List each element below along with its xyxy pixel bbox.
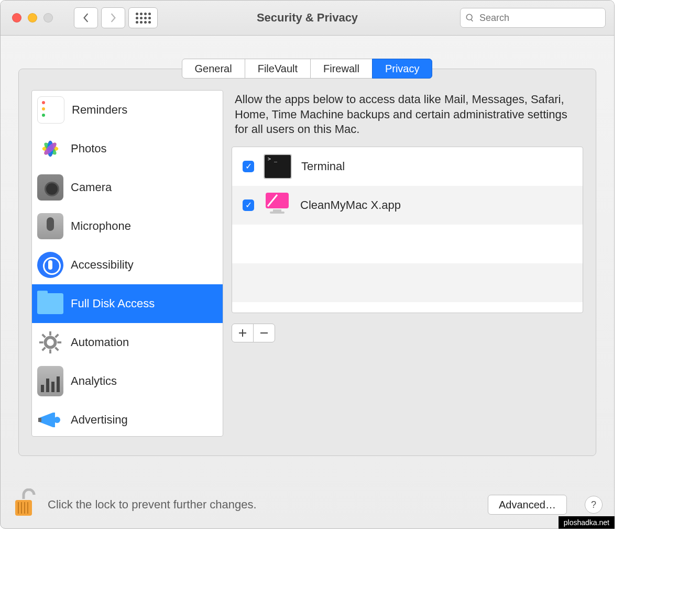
app-checkbox[interactable]: ✓	[243, 199, 254, 211]
tab-privacy[interactable]: Privacy	[372, 59, 433, 79]
remove-app-button[interactable]	[253, 324, 275, 342]
minus-icon	[260, 329, 268, 337]
lock-status-label: Click the lock to prevent further change…	[48, 498, 257, 512]
show-all-button[interactable]	[128, 7, 158, 28]
traffic-lights	[12, 13, 53, 23]
app-name: CleanMyMac X.app	[300, 198, 401, 212]
svg-rect-18	[273, 209, 281, 212]
titlebar: Security & Privacy	[1, 1, 614, 36]
chevron-left-icon	[82, 13, 90, 23]
search-field[interactable]	[460, 8, 606, 28]
app-row[interactable]: ✓ Terminal	[232, 147, 583, 186]
app-checkbox[interactable]: ✓	[243, 161, 254, 172]
sidebar-item-photos[interactable]: Photos	[32, 129, 223, 168]
svg-line-11	[42, 335, 46, 338]
megaphone-icon	[37, 407, 63, 433]
privacy-panel: Reminders Photos	[18, 69, 596, 456]
svg-rect-19	[270, 212, 285, 214]
content: General FileVault Firewall Privacy Remin…	[1, 36, 614, 456]
svg-rect-20	[15, 500, 32, 516]
sidebar-item-advertising[interactable]: Advertising	[32, 401, 223, 437]
tab-firewall[interactable]: Firewall	[310, 59, 373, 79]
cleanmymac-icon	[264, 192, 291, 219]
sidebar-item-label: Full Disk Access	[71, 297, 155, 310]
help-button[interactable]: ?	[585, 496, 603, 514]
back-button[interactable]	[74, 7, 98, 28]
sidebar-item-label: Photos	[71, 142, 107, 155]
apps-list[interactable]: ✓ Terminal ✓ CleanMyMac X.app	[232, 147, 583, 313]
sidebar-item-label: Camera	[71, 181, 112, 194]
system-preferences-window: Security & Privacy General FileVault Fir…	[0, 0, 615, 529]
sidebar-item-label: Advertising	[71, 413, 128, 427]
sidebar-item-full-disk-access[interactable]: Full Disk Access	[32, 284, 223, 323]
sidebar-item-camera[interactable]: Camera	[32, 168, 223, 207]
chart-icon	[37, 366, 63, 396]
privacy-category-list[interactable]: Reminders Photos	[31, 90, 223, 437]
svg-line-13	[42, 348, 46, 351]
footer: Click the lock to prevent further change…	[1, 481, 614, 528]
svg-point-6	[45, 337, 55, 347]
search-input[interactable]	[478, 12, 600, 24]
sidebar-item-label: Accessibility	[71, 258, 134, 272]
window-title: Security & Privacy	[257, 11, 358, 25]
main-pane: Allow the apps below to access data like…	[232, 90, 583, 447]
app-row[interactable]: ✓ CleanMyMac X.app	[232, 186, 583, 225]
watermark: ploshadka.net	[559, 516, 615, 529]
grid-icon	[136, 13, 151, 24]
sidebar-item-accessibility[interactable]: Accessibility	[32, 246, 223, 284]
gear-icon	[37, 329, 63, 355]
sidebar-item-label: Microphone	[71, 219, 131, 233]
sidebar-item-automation[interactable]: Automation	[32, 323, 223, 362]
camera-icon	[37, 174, 63, 201]
svg-line-12	[56, 348, 59, 351]
category-description: Allow the apps below to access data like…	[235, 92, 580, 137]
zoom-window-button[interactable]	[43, 13, 53, 23]
advanced-button[interactable]: Advanced…	[488, 495, 567, 515]
photos-icon	[37, 136, 63, 162]
sidebar-item-reminders[interactable]: Reminders	[32, 91, 223, 129]
accessibility-icon	[37, 252, 63, 278]
tab-filevault[interactable]: FileVault	[245, 59, 311, 79]
sidebar-item-analytics[interactable]: Analytics	[32, 362, 223, 401]
chevron-right-icon	[110, 13, 117, 23]
empty-row	[232, 263, 583, 302]
svg-line-14	[56, 335, 59, 338]
add-remove-controls	[232, 324, 583, 342]
sidebar-item-microphone[interactable]: Microphone	[32, 207, 223, 246]
tab-general[interactable]: General	[182, 59, 245, 79]
empty-row	[232, 225, 583, 263]
terminal-icon	[264, 154, 292, 179]
reminders-icon	[37, 96, 64, 124]
plus-icon	[238, 329, 247, 337]
minimize-window-button[interactable]	[28, 13, 37, 23]
sidebar-item-label: Reminders	[72, 103, 127, 117]
add-app-button[interactable]	[232, 324, 254, 342]
microphone-icon	[37, 213, 63, 239]
svg-point-16	[54, 417, 60, 423]
unlocked-lock-icon	[12, 488, 37, 519]
lock-button[interactable]	[12, 488, 37, 521]
close-window-button[interactable]	[12, 13, 21, 23]
sidebar-item-label: Automation	[71, 336, 129, 349]
svg-rect-15	[38, 418, 41, 422]
folder-icon	[37, 293, 63, 314]
search-icon	[466, 13, 474, 23]
app-name: Terminal	[301, 160, 345, 173]
sidebar-item-label: Analytics	[71, 374, 117, 388]
tabs: General FileVault Firewall Privacy	[18, 59, 596, 79]
forward-button[interactable]	[101, 7, 125, 28]
